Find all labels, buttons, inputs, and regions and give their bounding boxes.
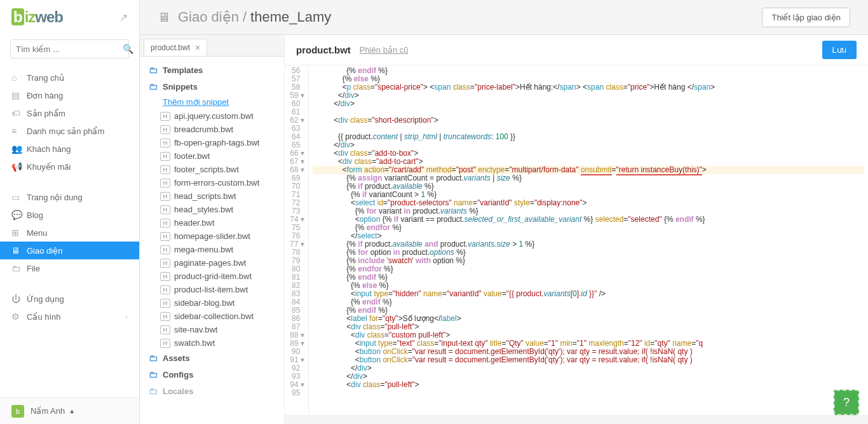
file-item[interactable]: Hmega-menu.bwt [140, 243, 284, 256]
orders-icon: ▤ [11, 90, 27, 100]
logo[interactable]: bizweb [11, 8, 63, 26]
setup-theme-button[interactable]: Thiết lập giao diện [762, 8, 850, 27]
gears-icon: ⚙ [11, 311, 27, 322]
line-gutter: 56 57 58 59 ▾ 60 61 62 ▾ 63 64 65 66 ▾ 6… [285, 65, 309, 415]
file-item[interactable]: Hhead_scripts.bwt [140, 189, 284, 203]
folder-icon: 🗀 [149, 65, 158, 75]
file-icon: H [160, 219, 170, 228]
power-icon: ⏻ [11, 294, 27, 304]
file-item[interactable]: Hhead_styles.bwt [140, 203, 284, 216]
workspace: product.bwt × 🗀Templates 🗀Snippets Thêm … [140, 34, 868, 424]
file-item[interactable]: Hsite-nav.bwt [140, 323, 284, 336]
megaphone-icon: 📢 [11, 161, 27, 172]
file-icon: H [160, 205, 170, 214]
file-icon: H [160, 272, 170, 281]
user-name: Nấm Anh [31, 406, 65, 416]
list-icon: ≡ [11, 126, 27, 136]
code-editor[interactable]: 56 57 58 59 ▾ 60 61 62 ▾ 63 64 65 66 ▾ 6… [285, 65, 868, 415]
folder-templates[interactable]: 🗀Templates [140, 62, 284, 78]
nav-file[interactable]: 🗀File [0, 259, 139, 277]
file-item[interactable]: Hapi.jquery.custom.bwt [140, 109, 284, 123]
folder-icon: 🗀 [149, 369, 158, 380]
sidebar: bizweb ↗ 🔍 ⌂Trang chủ ▤Đơn hàng 🏷Sản phẩ… [0, 0, 140, 424]
file-item[interactable]: Hhomepage-slider.bwt [140, 229, 284, 243]
add-snippet-link[interactable]: Thêm mới snippet [140, 95, 284, 109]
sitemap-icon: ⊞ [11, 228, 27, 238]
file-item[interactable]: Hswatch.bwt [140, 336, 284, 350]
folder-locales[interactable]: 🗀Locales [140, 383, 284, 399]
breadcrumb-link[interactable]: Giao diện [178, 9, 239, 25]
file-icon: H [160, 152, 170, 161]
chevron-up-icon: ▲ [69, 407, 75, 414]
home-icon: ⌂ [11, 72, 27, 83]
breadcrumb-sep: / [243, 9, 247, 25]
file-tree-panel: product.bwt × 🗀Templates 🗀Snippets Thêm … [140, 35, 285, 424]
search-box[interactable]: 🔍 [10, 39, 129, 58]
file-tree[interactable]: 🗀Templates 🗀Snippets Thêm mới snippet Ha… [140, 57, 284, 424]
file-item[interactable]: Hpaginate-pages.bwt [140, 256, 284, 270]
monitor-icon: 🖥 [158, 10, 170, 25]
file-item[interactable]: Hform-errors-custom.bwt [140, 176, 284, 189]
code-content[interactable]: {% endif %} {% else %} <p class="special… [309, 65, 868, 415]
folder-assets[interactable]: 🗀Assets [140, 350, 284, 366]
file-icon: H [160, 192, 170, 201]
nav-apps[interactable]: ⏻Ứng dụng [0, 290, 139, 308]
page-header: 🖥 Giao diện / theme_Lamy Thiết lập giao … [140, 0, 868, 34]
folder-snippets[interactable]: 🗀Snippets [140, 78, 284, 95]
horizontal-scrollbar[interactable] [285, 415, 868, 424]
main: 🖥 Giao diện / theme_Lamy Thiết lập giao … [140, 0, 868, 424]
old-version-link[interactable]: Phiên bản cũ [360, 45, 409, 55]
file-icon: H [160, 325, 170, 334]
search-icon[interactable]: 🔍 [123, 44, 133, 54]
folder-icon: 🗀 [149, 81, 158, 92]
file-item[interactable]: Hsidebar-collection.bwt [140, 310, 284, 323]
file-item[interactable]: Hfooter.bwt [140, 149, 284, 163]
chat-icon: 💬 [11, 210, 27, 220]
file-item[interactable]: Hproduct-list-item.bwt [140, 283, 284, 296]
file-item[interactable]: Hheader.bwt [140, 216, 284, 229]
file-icon: H [160, 259, 170, 268]
file-icon: H [160, 245, 170, 254]
help-button[interactable]: ? [834, 390, 859, 415]
external-link-icon[interactable]: ↗ [119, 11, 128, 24]
file-item[interactable]: Hsidebar-blog.bwt [140, 296, 284, 310]
tag-icon: 🏷 [11, 108, 27, 118]
save-button[interactable]: Lưu [822, 41, 857, 59]
file-item[interactable]: Hfooter_scripts.bwt [140, 163, 284, 176]
search-input[interactable] [16, 44, 123, 54]
nav-products[interactable]: 🏷Sản phẩm [0, 104, 139, 122]
avatar: b [11, 405, 24, 418]
file-item[interactable]: Hbreadcrumb.bwt [140, 123, 284, 136]
nav-catalog[interactable]: ≡Danh mục sản phẩm [0, 122, 139, 140]
nav-orders[interactable]: ▤Đơn hàng [0, 86, 139, 104]
file-item[interactable]: Hproduct-grid-item.bwt [140, 270, 284, 283]
nav-menu[interactable]: ⊞Menu [0, 224, 139, 242]
nav-pages[interactable]: ▭Trang nội dung [0, 188, 139, 206]
tab-product[interactable]: product.bwt × [144, 39, 207, 56]
breadcrumb-current: theme_Lamy [250, 9, 331, 25]
nav-home[interactable]: ⌂Trang chủ [0, 69, 139, 86]
nav-config[interactable]: ⚙Cấu hình› [0, 308, 139, 325]
nav-theme[interactable]: 🖥Giao diện [0, 242, 139, 259]
file-icon: H [160, 312, 170, 321]
user-menu[interactable]: b Nấm Anh ▲ [0, 397, 139, 424]
page-icon: ▭ [11, 192, 27, 202]
folder-configs[interactable]: 🗀Configs [140, 366, 284, 383]
file-icon: H [160, 112, 170, 121]
file-icon: H [160, 285, 170, 294]
users-icon: 👥 [11, 144, 27, 154]
close-icon[interactable]: × [195, 43, 200, 53]
logo-area: bizweb ↗ [0, 0, 139, 34]
nav-customers[interactable]: 👥Khách hàng [0, 140, 139, 158]
file-icon: H [160, 299, 170, 308]
folder-icon: 🗀 [149, 353, 158, 363]
nav-blog[interactable]: 💬Blog [0, 206, 139, 224]
file-item[interactable]: Hfb-open-graph-tags.bwt [140, 136, 284, 149]
chevron-right-icon: › [125, 313, 128, 320]
file-icon: H [160, 179, 170, 188]
folder-icon: 🗀 [11, 263, 27, 273]
nav-promotions[interactable]: 📢Khuyến mãi [0, 158, 139, 175]
monitor-icon: 🖥 [11, 245, 27, 256]
file-icon: H [160, 139, 170, 147]
editor-filename: product.bwt [296, 44, 351, 55]
